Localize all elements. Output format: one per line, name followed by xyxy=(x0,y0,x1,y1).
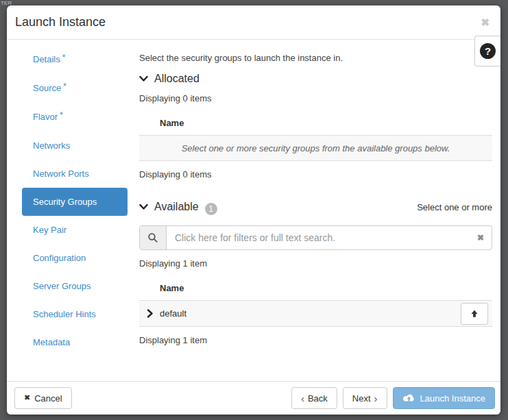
back-label: Back xyxy=(308,393,328,404)
sidebar-item-label: Metadata xyxy=(33,337,70,347)
sidebar-item-configuration[interactable]: Configuration xyxy=(22,244,128,272)
cloud-upload-icon xyxy=(402,393,415,403)
available-count-bottom: Displaying 1 item xyxy=(139,335,492,345)
row-name: default xyxy=(160,308,186,319)
launch-label: Launch Instance xyxy=(420,393,485,404)
sidebar-item-label: Configuration xyxy=(33,253,86,263)
chevron-down-icon xyxy=(139,201,148,213)
wizard-sidebar: Details* Source* Flavor* Networks Networ… xyxy=(7,45,138,356)
allocated-heading: Allocated xyxy=(139,73,492,85)
allocated-empty-message: Select one or more security groups from … xyxy=(182,143,450,153)
security-groups-panel: Select the security groups to launch the… xyxy=(139,39,492,345)
sidebar-item-label: Details xyxy=(33,54,60,64)
allocated-empty-row: Select one or more security groups from … xyxy=(139,135,492,161)
launch-instance-modal: Launch Instance ✖ ? Details* Source* Fla… xyxy=(7,5,500,415)
sidebar-item-label: Networks xyxy=(33,140,70,151)
back-button[interactable]: ‹ Back xyxy=(291,387,337,409)
table-row-default[interactable]: default xyxy=(139,300,492,327)
sidebar-item-key-pair[interactable]: Key Pair xyxy=(22,216,128,244)
sidebar-item-metadata[interactable]: Metadata xyxy=(22,328,128,356)
sidebar-item-label: Security Groups xyxy=(33,197,97,207)
sidebar-item-label: Source xyxy=(33,83,61,93)
filter-search-bar: ✖ xyxy=(139,225,492,250)
help-icon: ? xyxy=(480,43,496,59)
available-count-top: Displaying 1 item xyxy=(139,258,492,269)
help-button[interactable]: ? xyxy=(474,36,500,66)
required-asterisk: * xyxy=(63,82,66,91)
search-icon[interactable] xyxy=(140,226,167,249)
cancel-label: Cancel xyxy=(34,393,62,404)
close-icon[interactable]: ✖ xyxy=(481,17,489,27)
sidebar-item-flavor[interactable]: Flavor* xyxy=(22,103,128,132)
available-title: Available xyxy=(154,201,199,213)
sidebar-item-source[interactable]: Source* xyxy=(22,74,128,103)
allocate-up-button[interactable] xyxy=(461,303,488,325)
available-heading: Available 1 Select one or more xyxy=(139,201,492,213)
search-clear-icon[interactable]: ✖ xyxy=(470,226,492,249)
sidebar-item-security-groups[interactable]: Security Groups xyxy=(22,188,128,216)
sidebar-item-scheduler-hints[interactable]: Scheduler Hints xyxy=(22,300,128,328)
allocated-count-bottom: Displaying 0 items xyxy=(139,169,492,180)
allocated-name-header: Name xyxy=(139,118,492,128)
modal-header: Launch Instance ✖ xyxy=(7,5,500,40)
panel-instruction: Select the security groups to launch the… xyxy=(139,53,492,63)
allocated-heading-main[interactable]: Allocated xyxy=(139,73,199,85)
footer-right-group: ‹ Back Next › Launch Instance xyxy=(291,387,495,409)
cancel-x-icon: ✖ xyxy=(24,393,30,402)
available-heading-main[interactable]: Available 1 xyxy=(139,201,217,213)
modal-title: Launch Instance xyxy=(15,15,106,29)
sidebar-item-label: Flavor xyxy=(33,112,58,122)
available-count-badge: 1 xyxy=(205,203,217,215)
sidebar-item-network-ports[interactable]: Network Ports xyxy=(22,160,128,188)
chevron-right-icon: › xyxy=(374,393,378,404)
required-asterisk: * xyxy=(62,53,66,62)
chevron-left-icon: ‹ xyxy=(301,393,304,404)
allocated-title: Allocated xyxy=(154,73,199,85)
allocated-count-top: Displaying 0 items xyxy=(139,93,492,103)
required-asterisk: * xyxy=(60,110,63,120)
chevron-right-icon[interactable] xyxy=(147,309,154,320)
sidebar-item-server-groups[interactable]: Server Groups xyxy=(22,272,128,300)
chevron-down-icon xyxy=(139,73,148,85)
sidebar-item-details[interactable]: Details* xyxy=(22,45,128,74)
available-name-header: Name xyxy=(139,283,492,293)
launch-instance-button[interactable]: Launch Instance xyxy=(393,387,495,409)
sidebar-item-label: Key Pair xyxy=(33,225,66,235)
modal-footer: ✖ Cancel ‹ Back Next › Launch Instance xyxy=(7,381,500,415)
arrow-up-icon xyxy=(470,309,479,319)
cancel-button[interactable]: ✖ Cancel xyxy=(14,387,72,409)
next-label: Next xyxy=(352,393,371,404)
sidebar-item-label: Scheduler Hints xyxy=(33,309,96,319)
sidebar-item-label: Server Groups xyxy=(33,281,91,291)
search-input[interactable] xyxy=(167,226,470,249)
select-one-or-more-hint: Select one or more xyxy=(417,202,492,212)
sidebar-item-networks[interactable]: Networks xyxy=(22,132,128,160)
sidebar-item-label: Network Ports xyxy=(33,169,89,179)
next-button[interactable]: Next › xyxy=(343,387,387,409)
